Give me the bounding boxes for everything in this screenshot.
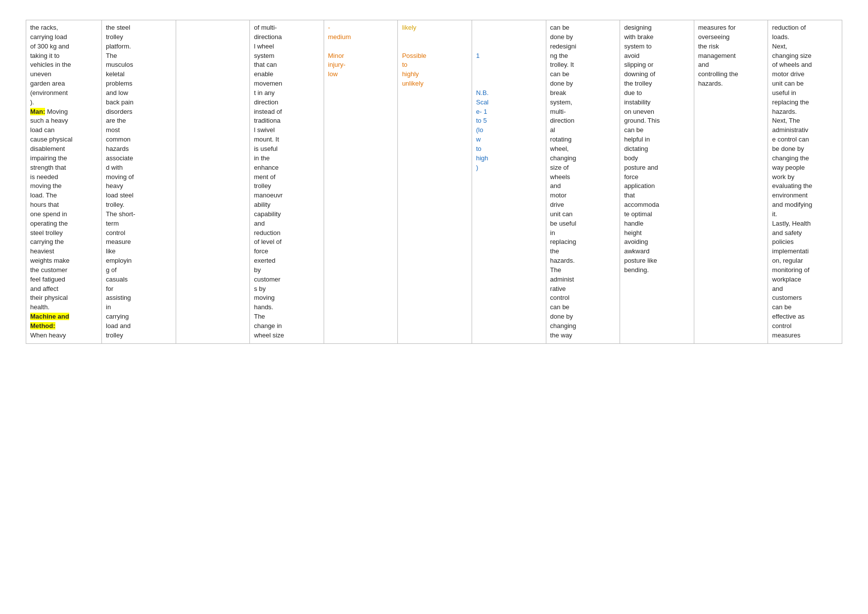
text-line: al bbox=[550, 126, 555, 134]
text-line: ). bbox=[30, 98, 34, 106]
text-line: replacing bbox=[550, 238, 577, 245]
text-line: size of bbox=[550, 164, 569, 171]
text-line: health. bbox=[30, 303, 49, 311]
text-line: awkward bbox=[624, 247, 649, 255]
text-line: most bbox=[106, 126, 120, 134]
text-line: force bbox=[624, 173, 638, 181]
text-line: wheels bbox=[550, 173, 570, 181]
text-line: that bbox=[624, 191, 635, 199]
text-line: direction bbox=[254, 98, 278, 106]
text-line: monitoring of bbox=[772, 266, 809, 274]
text-line: The bbox=[254, 313, 265, 320]
text-line: trolley bbox=[106, 33, 123, 41]
text-line: system, bbox=[550, 98, 573, 106]
cell-col2: the steel trolley platform. The musculos… bbox=[102, 20, 176, 344]
text-line: taking it to bbox=[30, 52, 59, 59]
text-line: in bbox=[106, 303, 111, 311]
text-line: ng the bbox=[550, 52, 568, 59]
text-line: be done by bbox=[772, 145, 804, 152]
text-line: enable bbox=[254, 70, 273, 78]
text-injury-low: injury- bbox=[328, 61, 345, 68]
scale-to5: to 5 bbox=[476, 117, 487, 124]
text-line: is needed bbox=[30, 173, 58, 181]
text-line: are the bbox=[106, 117, 126, 124]
cell-col3 bbox=[176, 20, 250, 344]
text-line: workplace bbox=[772, 276, 801, 283]
text-line: disorders bbox=[106, 108, 132, 115]
text-line: trolley. bbox=[106, 201, 124, 208]
text-line: bending. bbox=[624, 266, 649, 274]
scale-to: to bbox=[476, 145, 482, 152]
text-line: overseeing bbox=[698, 33, 730, 41]
text-line: change in bbox=[254, 322, 282, 330]
text-line: rotating bbox=[550, 136, 572, 143]
text-line: of 300 kg and bbox=[30, 43, 69, 50]
text-likely: likely bbox=[402, 24, 416, 31]
text-line: load steel bbox=[106, 191, 134, 199]
text-line: changing size bbox=[772, 52, 812, 59]
text-line: of multi- bbox=[254, 24, 277, 31]
text-line: keletal bbox=[106, 70, 125, 78]
text-line: manoeuvr bbox=[254, 191, 283, 199]
text-line: ment of bbox=[254, 173, 275, 181]
text-line: such a heavy bbox=[30, 117, 68, 124]
text-line: the customer bbox=[30, 266, 67, 274]
text-line: due to bbox=[624, 89, 642, 96]
text-line: t in any bbox=[254, 89, 275, 96]
text-line: height bbox=[624, 229, 641, 236]
text-line: and bbox=[550, 182, 561, 189]
text-line: motor bbox=[550, 191, 567, 199]
text-line: exerted bbox=[254, 257, 275, 264]
text-line: changing bbox=[550, 154, 577, 162]
text-line: associate bbox=[106, 154, 133, 162]
risk-assessment-table: the racks, carrying load of 300 kg and t… bbox=[26, 20, 842, 344]
text-line: slipping or bbox=[624, 61, 653, 68]
text-line: employin bbox=[106, 257, 132, 264]
text-line: environment bbox=[772, 191, 808, 199]
text-line: moving bbox=[254, 294, 275, 301]
text-line: d with bbox=[106, 164, 123, 171]
text-line: load can bbox=[30, 126, 54, 134]
text-line: the trolley bbox=[624, 80, 652, 87]
text-line: in bbox=[550, 229, 555, 236]
text-line: garden area bbox=[30, 80, 65, 87]
text-line: g of bbox=[106, 266, 117, 274]
text-line: cause physical bbox=[30, 136, 72, 143]
text-line: weights make bbox=[30, 257, 69, 264]
text-dash: - bbox=[328, 24, 330, 31]
cell-col4: of multi- directiona l wheel system that… bbox=[250, 20, 324, 344]
text-line: trolley bbox=[106, 331, 123, 339]
text-line: can be bbox=[550, 24, 570, 31]
cell-col7: 1 N.B. Scal e- 1 to 5 (lo w to high ) bbox=[472, 20, 546, 344]
text-line: by bbox=[254, 266, 261, 274]
text-line: vehicles in the bbox=[30, 61, 71, 68]
nb-label: N.B. bbox=[476, 89, 488, 96]
text-line: body bbox=[624, 154, 638, 162]
text-line: control bbox=[550, 294, 570, 301]
cell-col1: the racks, carrying load of 300 kg and t… bbox=[26, 20, 102, 344]
text-line: moving of bbox=[106, 173, 134, 181]
text-line: done by bbox=[550, 33, 573, 41]
text-line: unit can bbox=[550, 210, 573, 218]
text-line: Lastly, Health bbox=[772, 220, 811, 227]
text-minor: Minor bbox=[328, 52, 344, 59]
text-line: hazards bbox=[106, 145, 129, 152]
text-line: it. bbox=[772, 210, 777, 218]
text-line: and affect bbox=[30, 285, 58, 292]
text-line: instead of bbox=[254, 108, 282, 115]
text-line: control bbox=[772, 322, 791, 330]
text-line: done by bbox=[550, 313, 573, 320]
text-line: break bbox=[550, 89, 567, 96]
method-label: Method: bbox=[30, 322, 55, 330]
text-line: trolley. It bbox=[550, 61, 574, 68]
text-line: for bbox=[106, 285, 113, 292]
text-line: common bbox=[106, 136, 131, 143]
cell-col9: designing with brake system to avoid sli… bbox=[620, 20, 694, 344]
text-line: avoid bbox=[624, 52, 639, 59]
text-line: uneven bbox=[30, 70, 51, 78]
text-line: the steel bbox=[106, 24, 130, 31]
text-line: hours that bbox=[30, 201, 59, 208]
text-line: hands. bbox=[254, 303, 273, 311]
cell-col8: can be done by redesigni ng the trolley.… bbox=[546, 20, 620, 344]
text-line: and modifying bbox=[772, 201, 812, 208]
